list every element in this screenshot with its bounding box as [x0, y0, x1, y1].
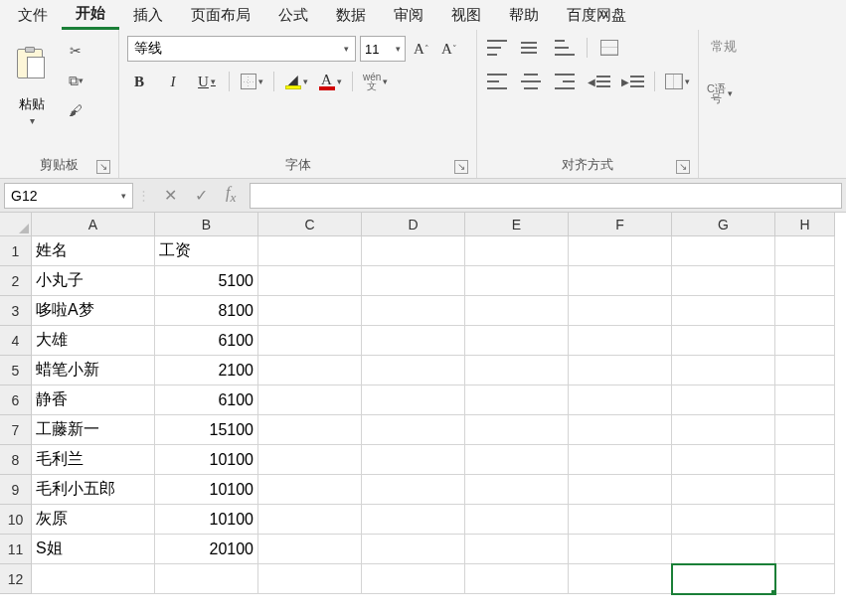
cell-E2[interactable] — [465, 266, 569, 296]
cell-G10[interactable] — [672, 505, 775, 535]
cell-C10[interactable] — [258, 505, 362, 535]
cancel-formula-button[interactable]: ✕ — [164, 186, 177, 205]
column-header-F[interactable]: F — [569, 213, 672, 236]
cell-G2[interactable] — [672, 266, 775, 296]
cell-H7[interactable] — [775, 415, 835, 445]
cell-F9[interactable] — [569, 475, 672, 505]
cell-A1[interactable]: 姓名 — [32, 236, 155, 266]
cell-C7[interactable] — [258, 415, 362, 445]
decrease-font-button[interactable]: A˅ — [437, 37, 461, 61]
cut-button[interactable]: ✂ — [62, 40, 89, 62]
cell-D9[interactable] — [362, 475, 465, 505]
row-header-2[interactable]: 2 — [0, 266, 32, 296]
align-bottom-button[interactable] — [553, 36, 577, 60]
bold-button[interactable]: B — [127, 70, 151, 93]
cell-C8[interactable] — [258, 445, 362, 475]
cell-C11[interactable] — [258, 535, 362, 564]
cell-B8[interactable]: 10100 — [155, 445, 258, 475]
row-header-1[interactable]: 1 — [0, 236, 32, 266]
menu-tab-1[interactable]: 开始 — [62, 0, 119, 30]
align-right-button[interactable] — [553, 70, 577, 93]
cell-C6[interactable] — [258, 385, 362, 415]
cell-G8[interactable] — [672, 445, 775, 475]
row-header-5[interactable]: 5 — [0, 356, 32, 385]
cell-A11[interactable]: S姐 — [32, 535, 155, 564]
align-left-button[interactable] — [485, 70, 509, 93]
font-launcher[interactable]: ↘ — [454, 160, 468, 174]
menu-tab-8[interactable]: 帮助 — [495, 2, 553, 29]
cell-C9[interactable] — [258, 475, 362, 505]
cell-B2[interactable]: 5100 — [155, 266, 258, 296]
confirm-formula-button[interactable]: ✓ — [195, 186, 208, 205]
fill-color-button[interactable]: ◢▾ — [284, 70, 308, 93]
cell-E12[interactable] — [465, 564, 569, 594]
row-header-3[interactable]: 3 — [0, 296, 32, 326]
cell-G5[interactable] — [672, 356, 775, 385]
cell-F5[interactable] — [569, 356, 672, 385]
formula-input[interactable] — [250, 183, 842, 209]
cell-D11[interactable] — [362, 535, 465, 564]
cell-A9[interactable]: 毛利小五郎 — [32, 475, 155, 505]
cell-E1[interactable] — [465, 236, 569, 266]
cell-F12[interactable] — [569, 564, 672, 594]
paste-dropdown[interactable]: ▾ — [30, 115, 35, 126]
cell-D2[interactable] — [362, 266, 465, 296]
cell-B10[interactable]: 10100 — [155, 505, 258, 535]
cell-A12[interactable] — [32, 564, 155, 594]
cell-B5[interactable]: 2100 — [155, 356, 258, 385]
phonetic-button[interactable]: wén文▾ — [363, 70, 388, 93]
cell-F10[interactable] — [569, 505, 672, 535]
cell-F7[interactable] — [569, 415, 672, 445]
cell-E6[interactable] — [465, 385, 569, 415]
cell-B4[interactable]: 6100 — [155, 326, 258, 356]
cell-E3[interactable] — [465, 296, 569, 326]
cell-A7[interactable]: 工藤新一 — [32, 415, 155, 445]
menu-tab-6[interactable]: 审阅 — [380, 2, 437, 29]
cell-B6[interactable]: 6100 — [155, 385, 258, 415]
column-header-A[interactable]: A — [32, 213, 155, 236]
cell-B11[interactable]: 20100 — [155, 535, 258, 564]
format-painter-button[interactable]: 🖌 — [62, 99, 89, 121]
name-box[interactable]: G12 ▾ — [4, 183, 133, 209]
font-color-button[interactable]: A▾ — [318, 70, 342, 93]
cell-A5[interactable]: 蜡笔小新 — [32, 356, 155, 385]
menu-tab-4[interactable]: 公式 — [264, 2, 322, 29]
cell-D7[interactable] — [362, 415, 465, 445]
cell-E10[interactable] — [465, 505, 569, 535]
cell-E9[interactable] — [465, 475, 569, 505]
italic-button[interactable]: I — [161, 70, 185, 93]
cell-A4[interactable]: 大雄 — [32, 326, 155, 356]
copy-button[interactable]: ⧉▾ — [62, 70, 89, 91]
cell-B12[interactable] — [155, 564, 258, 594]
cell-A2[interactable]: 小丸子 — [32, 266, 155, 296]
cell-B7[interactable]: 15100 — [155, 415, 258, 445]
cell-E5[interactable] — [465, 356, 569, 385]
cell-D12[interactable] — [362, 564, 465, 594]
cell-D8[interactable] — [362, 445, 465, 475]
cell-D6[interactable] — [362, 385, 465, 415]
cell-C12[interactable] — [258, 564, 362, 594]
menu-tab-3[interactable]: 页面布局 — [177, 2, 264, 29]
cell-H11[interactable] — [775, 535, 835, 564]
cell-D10[interactable] — [362, 505, 465, 535]
cell-G12[interactable] — [672, 564, 775, 594]
currency-button[interactable]: C语号▾ — [707, 81, 733, 105]
cell-B9[interactable]: 10100 — [155, 475, 258, 505]
cell-H10[interactable] — [775, 505, 835, 535]
cell-F4[interactable] — [569, 326, 672, 356]
column-header-G[interactable]: G — [672, 213, 775, 236]
cell-B1[interactable]: 工资 — [155, 236, 258, 266]
row-header-12[interactable]: 12 — [0, 564, 32, 594]
cell-A6[interactable]: 静香 — [32, 385, 155, 415]
increase-font-button[interactable]: A˄ — [410, 37, 433, 61]
cell-A3[interactable]: 哆啦A梦 — [32, 296, 155, 326]
cell-G6[interactable] — [672, 385, 775, 415]
cell-D3[interactable] — [362, 296, 465, 326]
align-center-button[interactable] — [519, 70, 543, 93]
cell-C5[interactable] — [258, 356, 362, 385]
underline-button[interactable]: U▾ — [195, 70, 219, 93]
column-header-C[interactable]: C — [258, 213, 362, 236]
cell-A10[interactable]: 灰原 — [32, 505, 155, 535]
menu-tab-0[interactable]: 文件 — [4, 2, 62, 29]
cell-A8[interactable]: 毛利兰 — [32, 445, 155, 475]
